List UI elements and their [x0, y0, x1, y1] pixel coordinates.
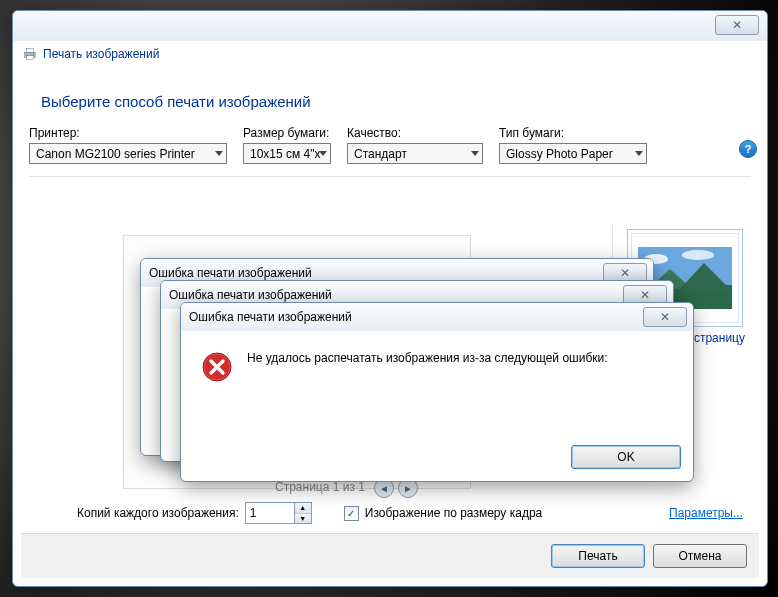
- spinner-down-button[interactable]: ▼: [295, 514, 311, 524]
- page-indicator: Страница 1 из 1: [29, 480, 611, 494]
- dialog-title-text: Ошибка печати изображений: [189, 310, 352, 324]
- help-button[interactable]: ?: [739, 140, 757, 158]
- fit-frame-checkbox[interactable]: ✓: [344, 506, 359, 521]
- print-button-label: Печать: [578, 549, 617, 563]
- printer-select[interactable]: Canon MG2100 series Printer: [29, 143, 227, 164]
- copies-input[interactable]: [246, 503, 294, 523]
- close-icon: ✕: [732, 18, 742, 32]
- chevron-down-icon: [635, 151, 643, 156]
- close-icon: ✕: [640, 288, 650, 302]
- separator: [29, 176, 751, 177]
- print-options-row: Принтер: Canon MG2100 series Printer Раз…: [21, 126, 759, 164]
- dialog-close-button[interactable]: ✕: [643, 307, 687, 327]
- window-titlebar: ✕: [13, 11, 767, 41]
- dialog-title-text: Ошибка печати изображений: [169, 288, 332, 302]
- svg-rect-2: [27, 56, 34, 60]
- options-bar: Копий каждого изображения: ▲ ▼ ✓ Изображ…: [29, 498, 751, 528]
- quality-select[interactable]: Стандарт: [347, 143, 483, 164]
- error-message: Не удалось распечатать изображения из-за…: [247, 351, 608, 431]
- dialog-title-text: Ошибка печати изображений: [149, 266, 312, 280]
- dialog-titlebar: Ошибка печати изображений ✕: [181, 303, 693, 331]
- quality-select-value: Стандарт: [354, 147, 407, 161]
- ok-button-label: OK: [617, 450, 634, 464]
- page-heading: Выберите способ печати изображений: [21, 67, 759, 126]
- dialog-footer: OK: [181, 445, 693, 481]
- copies-label: Копий каждого изображения:: [77, 506, 239, 520]
- cancel-button-label: Отмена: [678, 549, 721, 563]
- printer-label: Принтер:: [29, 126, 227, 140]
- error-icon: [201, 351, 233, 383]
- quality-label: Качество:: [347, 126, 483, 140]
- parameters-link[interactable]: Параметры...: [669, 506, 743, 520]
- window-close-button[interactable]: ✕: [715, 15, 759, 35]
- svg-point-9: [682, 250, 714, 260]
- paper-size-label: Размер бумаги:: [243, 126, 331, 140]
- dialog-body: Не удалось распечатать изображения из-за…: [181, 331, 693, 445]
- cancel-button[interactable]: Отмена: [653, 544, 747, 568]
- svg-point-3: [33, 53, 34, 54]
- paper-type-label: Тип бумаги:: [499, 126, 647, 140]
- printer-select-value: Canon MG2100 series Printer: [36, 147, 195, 161]
- copies-spinner[interactable]: ▲ ▼: [245, 502, 312, 524]
- chevron-down-icon: [319, 151, 327, 156]
- print-button[interactable]: Печать: [551, 544, 645, 568]
- paper-size-select[interactable]: 10x15 см 4"x: [243, 143, 331, 164]
- paper-type-select-value: Glossy Photo Paper: [506, 147, 613, 161]
- chevron-down-icon: [471, 151, 479, 156]
- spinner-up-button[interactable]: ▲: [295, 503, 311, 514]
- printer-icon: [23, 47, 37, 61]
- ok-button[interactable]: OK: [571, 445, 681, 469]
- svg-rect-1: [27, 49, 34, 53]
- paper-size-select-value: 10x15 см 4"x: [250, 147, 321, 161]
- close-icon: ✕: [660, 310, 670, 324]
- window-title-text: Печать изображений: [43, 47, 159, 61]
- close-icon: ✕: [620, 266, 630, 280]
- chevron-down-icon: [215, 151, 223, 156]
- error-dialog: Ошибка печати изображений ✕ Не удалось р…: [180, 302, 694, 482]
- window-caption: Печать изображений: [21, 45, 759, 67]
- paper-type-select[interactable]: Glossy Photo Paper: [499, 143, 647, 164]
- fit-frame-label: Изображение по размеру кадра: [365, 506, 542, 520]
- action-bar: Печать Отмена: [21, 533, 759, 578]
